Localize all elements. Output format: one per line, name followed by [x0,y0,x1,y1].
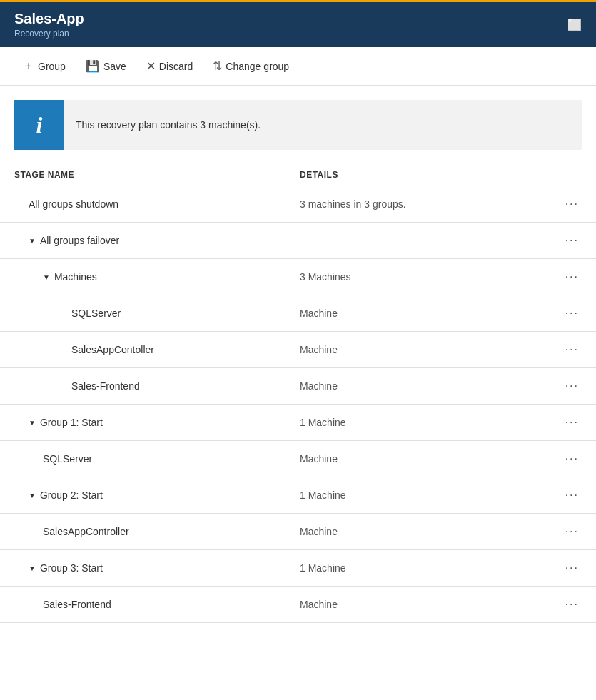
table-row: ▼Group 1: Start1 Machine··· [0,405,596,441]
more-options-button[interactable]: ··· [562,451,582,467]
row-stage-group3-start: ▼Group 3: Start [14,562,300,574]
recovery-plan-table: STAGE NAME DETAILS All groups shutdown3 … [0,164,596,623]
stage-name-text: Group 1: Start [40,417,103,428]
more-options-button[interactable]: ··· [562,597,582,612]
row-details-sqlserver-2: Machine [300,453,562,465]
info-banner: i This recovery plan contains 3 machine(… [14,100,582,150]
stage-name-text: SQLServer [43,453,92,465]
table-row: Sales-FrontendMachine··· [0,587,596,623]
row-details-group2-start: 1 Machine [300,490,562,501]
row-details-all-groups-shutdown: 3 machines in 3 groups. [300,198,562,210]
row-actions-sales-frontend-1: ··· [562,378,582,394]
row-details-sqlserver-1: Machine [300,308,562,319]
table-row: SalesAppControllerMachine··· [0,514,596,550]
table-row: SQLServerMachine··· [0,441,596,477]
stage-name-text: All groups failover [40,235,119,246]
table-row: ▼All groups failover··· [0,223,596,259]
row-details-group3-start: 1 Machine [300,562,562,574]
stage-name-text: Sales-Frontend [43,599,111,610]
row-actions-group1-start: ··· [562,415,582,430]
row-actions-sales-frontend-2: ··· [562,597,582,612]
chevron-icon: ▼ [29,237,36,245]
stage-name-text: SQLServer [71,308,121,319]
row-actions-all-groups-shutdown: ··· [562,196,582,212]
info-icon: i [36,112,43,138]
row-details-machines: 3 Machines [300,271,562,283]
row-stage-all-groups-failover: ▼All groups failover [14,235,300,246]
row-details-salesappcontroller-1: Machine [300,344,562,355]
toolbar: ＋ Group 💾 Save ✕ Discard ⇅ Change group [0,47,596,86]
chevron-icon: ▼ [29,564,36,572]
row-stage-sqlserver-1: SQLServer [14,308,300,319]
table-row: ▼Machines3 Machines··· [0,259,596,295]
chevron-icon: ▼ [43,273,50,281]
table-header: STAGE NAME DETAILS [0,164,596,186]
more-options-button[interactable]: ··· [562,524,582,539]
row-stage-salesappcontroller-2: SalesAppController [14,526,300,537]
add-icon: ＋ [23,59,34,73]
row-stage-salesappcontroller-1: SalesAppContoller [14,344,300,355]
save-button[interactable]: 💾 Save [77,55,135,77]
more-options-button[interactable]: ··· [562,196,582,212]
change-group-icon: ⇅ [213,59,222,73]
row-stage-group1-start: ▼Group 1: Start [14,417,300,428]
change-group-label: Change group [226,61,289,72]
row-actions-all-groups-failover: ··· [562,233,582,248]
more-options-button[interactable]: ··· [562,560,582,576]
more-options-button[interactable]: ··· [562,269,582,285]
row-stage-sales-frontend-2: Sales-Frontend [14,599,300,610]
group-button[interactable]: ＋ Group [14,54,74,78]
row-actions-salesappcontroller-2: ··· [562,524,582,539]
row-details-sales-frontend-2: Machine [300,599,562,610]
stage-name-text: SalesAppContoller [71,344,154,355]
app-header: Sales-App Recovery plan ⬜ [0,0,596,47]
stage-name-text: Group 3: Start [40,562,103,574]
col-stage-name: STAGE NAME [14,170,300,180]
more-options-button[interactable]: ··· [562,378,582,394]
row-stage-sqlserver-2: SQLServer [14,453,300,465]
table-row: SQLServerMachine··· [0,295,596,332]
discard-button[interactable]: ✕ Discard [138,55,201,77]
more-options-button[interactable]: ··· [562,305,582,321]
row-details-salesappcontroller-2: Machine [300,526,562,537]
header-title-group: Sales-App Recovery plan [14,11,84,39]
row-stage-all-groups-shutdown: All groups shutdown [14,198,300,210]
stage-name-text: Sales-Frontend [71,380,140,392]
row-stage-machines: ▼Machines [14,271,300,283]
more-options-button[interactable]: ··· [562,342,582,357]
info-icon-wrap: i [14,100,64,150]
app-title: Sales-App [14,11,84,27]
row-details-group1-start: 1 Machine [300,417,562,428]
discard-label: Discard [159,61,193,72]
more-options-button[interactable]: ··· [562,487,582,503]
row-details-sales-frontend-1: Machine [300,380,562,392]
more-options-button[interactable]: ··· [562,233,582,248]
row-actions-sqlserver-1: ··· [562,305,582,321]
chevron-icon: ▼ [29,419,36,427]
stage-name-text: All groups shutdown [29,198,118,210]
discard-icon: ✕ [146,59,156,73]
row-actions-machines: ··· [562,269,582,285]
row-actions-salesappcontroller-1: ··· [562,342,582,357]
stage-name-text: Group 2: Start [40,490,103,501]
stage-name-text: SalesAppController [43,526,129,537]
info-text: This recovery plan contains 3 machine(s)… [64,119,272,131]
table-row: ▼Group 2: Start1 Machine··· [0,477,596,514]
more-options-button[interactable]: ··· [562,415,582,430]
table-row: Sales-FrontendMachine··· [0,368,596,405]
row-stage-group2-start: ▼Group 2: Start [14,490,300,501]
save-label: Save [103,61,126,72]
row-actions-group3-start: ··· [562,560,582,576]
col-details: DETAILS [300,170,582,180]
row-actions-group2-start: ··· [562,487,582,503]
row-stage-sales-frontend-1: Sales-Frontend [14,380,300,392]
table-row: SalesAppContollerMachine··· [0,332,596,368]
table-body: All groups shutdown3 machines in 3 group… [0,186,596,623]
chevron-icon: ▼ [29,492,36,499]
row-actions-sqlserver-2: ··· [562,451,582,467]
change-group-button[interactable]: ⇅ Change group [204,55,298,77]
group-label: Group [38,61,66,72]
save-icon: 💾 [86,59,100,73]
window-restore-icon[interactable]: ⬜ [567,18,582,31]
app-subtitle: Recovery plan [14,29,84,39]
